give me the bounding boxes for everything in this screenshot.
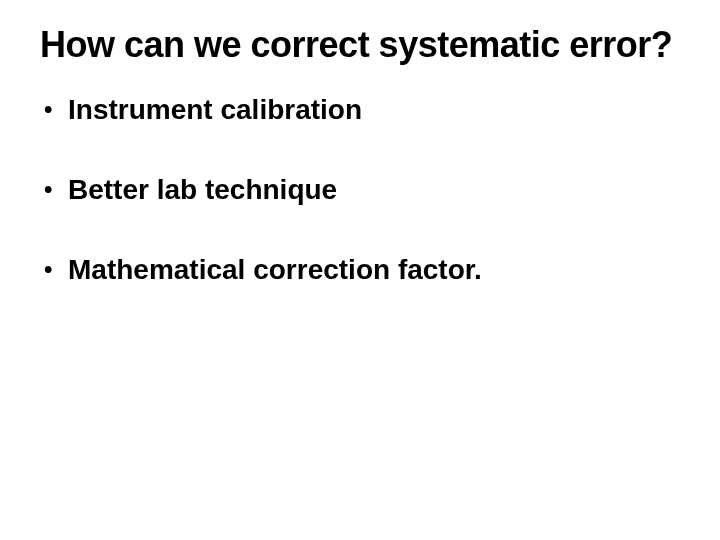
- slide-title: How can we correct systematic error?: [40, 24, 680, 65]
- slide: How can we correct systematic error? Ins…: [0, 0, 720, 540]
- list-item: Instrument calibration: [40, 93, 680, 127]
- bullet-text: Mathematical correction factor.: [68, 254, 482, 285]
- bullet-text: Better lab technique: [68, 174, 337, 205]
- list-item: Mathematical correction factor.: [40, 253, 680, 287]
- bullet-text: Instrument calibration: [68, 94, 362, 125]
- bullet-list: Instrument calibration Better lab techni…: [40, 93, 680, 286]
- list-item: Better lab technique: [40, 173, 680, 207]
